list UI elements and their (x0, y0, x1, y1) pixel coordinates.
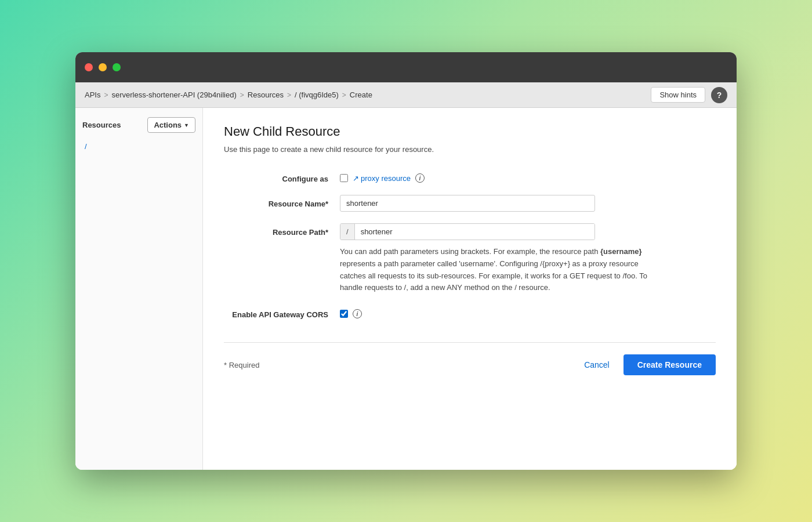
proxy-resource-row: ↗ proxy resource i (340, 170, 716, 183)
breadcrumb-resources[interactable]: Resources (248, 90, 284, 99)
sidebar: Resources Actions / (75, 108, 203, 470)
page-description: Use this page to create a new child reso… (224, 145, 716, 154)
breadcrumb-sep-3: > (287, 91, 291, 99)
page-title: New Child Resource (224, 124, 716, 139)
breadcrumb-sep-2: > (240, 91, 244, 99)
resource-path-row: Resource Path* / You can add path parame… (224, 223, 716, 294)
breadcrumb-resource-id[interactable]: / (fivqg6Ide5) (295, 90, 339, 99)
titlebar (75, 52, 737, 82)
content-area: New Child Resource Use this page to crea… (203, 108, 737, 470)
cors-row: Enable API Gateway CORS i (224, 306, 716, 319)
resource-name-control (340, 195, 716, 212)
cors-info-icon[interactable]: i (353, 309, 362, 318)
cancel-button[interactable]: Cancel (577, 356, 617, 374)
minimize-button[interactable] (99, 63, 107, 71)
resource-path-input[interactable] (355, 224, 594, 240)
maximize-button[interactable] (113, 63, 121, 71)
required-note: * Required (224, 361, 577, 369)
cors-control: i (340, 306, 716, 318)
help-button[interactable]: ? (711, 87, 727, 103)
proxy-resource-checkbox[interactable] (340, 174, 348, 182)
resource-path-label: Resource Path* (224, 223, 340, 237)
sidebar-header: Resources Actions (75, 117, 202, 140)
resource-name-label: Resource Name* (224, 195, 340, 208)
breadcrumb-sep-4: > (342, 91, 346, 99)
breadcrumb-sep-1: > (104, 91, 108, 99)
cors-checkbox-row: i (340, 306, 716, 318)
show-hints-button[interactable]: Show hints (651, 87, 705, 103)
breadcrumb-actions: Show hints ? (651, 87, 727, 103)
path-prefix: / (340, 224, 355, 240)
main-area: Resources Actions / New Child Resource U… (75, 108, 737, 470)
resource-name-row: Resource Name* (224, 195, 716, 212)
sidebar-item-root[interactable]: / (75, 140, 202, 153)
breadcrumb: APIs > serverless-shortener-API (29b4nil… (85, 90, 651, 99)
configure-label: Configure as (224, 170, 340, 183)
form: Configure as ↗ proxy resource i (224, 170, 716, 375)
cors-label: Enable API Gateway CORS (224, 306, 340, 319)
configure-proxy-row: Configure as ↗ proxy resource i (224, 170, 716, 183)
create-resource-button[interactable]: Create Resource (624, 354, 716, 375)
path-input-group: / (340, 223, 595, 240)
proxy-resource-link[interactable]: ↗ proxy resource (353, 174, 411, 183)
path-hint-text: You can add path parameters using bracke… (340, 246, 665, 294)
external-link-icon: ↗ (353, 174, 359, 183)
breadcrumb-apis[interactable]: APIs (85, 90, 100, 99)
close-button[interactable] (85, 63, 93, 71)
cors-checkbox[interactable] (340, 310, 348, 318)
breadcrumb-bar: APIs > serverless-shortener-API (29b4nil… (75, 82, 737, 108)
sidebar-title: Resources (82, 121, 121, 129)
resource-name-input[interactable] (340, 195, 595, 212)
proxy-info-icon[interactable]: i (415, 173, 425, 183)
breadcrumb-create: Create (350, 90, 372, 99)
configure-control: ↗ proxy resource i (340, 170, 716, 183)
actions-button[interactable]: Actions (147, 117, 195, 133)
app-window: APIs > serverless-shortener-API (29b4nil… (75, 52, 737, 470)
breadcrumb-api-name[interactable]: serverless-shortener-API (29b4nilied) (111, 90, 236, 99)
footer-actions: Cancel Create Resource (577, 354, 716, 375)
form-footer: * Required Cancel Create Resource (224, 342, 716, 375)
resource-path-control: / You can add path parameters using brac… (340, 223, 716, 294)
